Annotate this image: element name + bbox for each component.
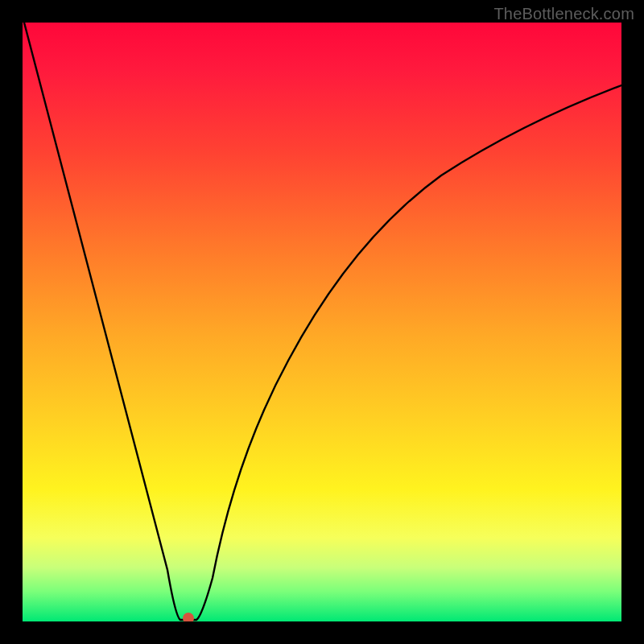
bottleneck-curve: [24, 23, 621, 620]
watermark-text: TheBottleneck.com: [493, 5, 634, 23]
plot-area: [23, 23, 621, 621]
curve-svg: [23, 23, 621, 621]
chart-frame: TheBottleneck.com: [0, 0, 644, 644]
minimum-marker: [183, 613, 194, 621]
